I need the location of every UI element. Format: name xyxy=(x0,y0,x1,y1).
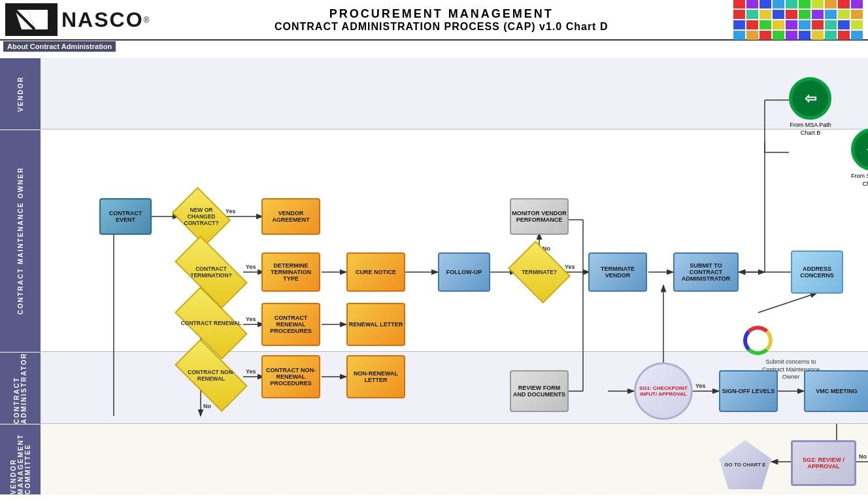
color-block-cell xyxy=(733,10,745,19)
color-block-cell xyxy=(733,0,745,9)
submit-ca-node: SUBMIT TO CONTRACT ADMINISTRATOR xyxy=(673,252,739,292)
vmc-meeting-node: VMC MEETING xyxy=(804,370,868,412)
color-block-cell xyxy=(851,0,863,9)
color-block-cell xyxy=(838,10,850,19)
color-block-cell xyxy=(746,0,758,9)
color-block-cell xyxy=(760,10,771,19)
color-block-cell xyxy=(851,31,863,40)
color-block-cell xyxy=(786,31,797,40)
title-line1: PROCUREMENT MANAGEMENT xyxy=(149,7,733,21)
color-block-cell xyxy=(825,10,837,19)
color-block-cell xyxy=(746,31,758,40)
color-block-cell xyxy=(799,0,810,9)
lane-vendor-label: VENDOR xyxy=(0,58,41,130)
color-block-cell xyxy=(838,20,850,29)
lane-ca-label: CONTRACT ADMINISTRATOR xyxy=(0,352,41,424)
color-block-cell xyxy=(825,0,837,9)
color-block-cell xyxy=(760,31,771,40)
vendor-lane-bg xyxy=(41,58,868,130)
sg2-node: SG2: REVIEW / APPROVAL xyxy=(791,440,856,486)
color-block-cell xyxy=(812,10,824,19)
contract-termination-diamond: CONTRACT TERMINATION? xyxy=(178,254,244,290)
color-block-cell xyxy=(799,10,810,19)
lane-labels: VENDOR CONTRACT MAINTENANCE OWNER CONTRA… xyxy=(0,58,41,501)
renewal-procedures-node: CONTRACT RENEWAL PROCEDURES xyxy=(261,303,320,346)
sg1-node: SG1: CHECKPOINT INPUT/ APPROVAL xyxy=(634,362,693,420)
address-concerns-node: ADDRESS CONCERNS xyxy=(791,250,843,294)
cmo-lane-bg xyxy=(41,130,868,352)
lane-vmc-label: VENDOR MANAGEMENT COMMITTEE xyxy=(0,424,41,494)
contract-event-node: CONTRACT EVENT xyxy=(99,198,152,235)
color-block-cell xyxy=(773,20,784,29)
color-block-cell xyxy=(825,20,837,29)
logo-area: NASCO® xyxy=(5,3,149,36)
color-block-cell xyxy=(812,31,824,40)
vendor-agreement-node: VENDOR AGREEMENT xyxy=(261,198,320,235)
color-block-cell xyxy=(746,20,758,29)
cure-notice-node: CURE NOTICE xyxy=(346,252,405,292)
color-block-cell xyxy=(760,20,771,29)
color-block-cell xyxy=(851,10,863,19)
renewal-letter-node: RENEWAL LETTER xyxy=(346,303,405,346)
color-block-cell xyxy=(825,31,837,40)
color-block-cell xyxy=(733,31,745,40)
color-block-cell xyxy=(786,0,797,9)
color-block-cell xyxy=(812,20,824,29)
follow-up-node: FOLLOW-UP xyxy=(438,252,490,292)
sign-off-node: SIGN-OFF LEVELS xyxy=(719,370,778,412)
new-changed-diamond: NEW OR CHANGED CONTRACT? xyxy=(178,198,225,235)
main-area: VENDOR CONTRACT MAINTENANCE OWNER CONTRA… xyxy=(0,58,868,501)
from-msa-circle: ⇦ xyxy=(789,77,831,120)
from-msa-label: From MSA Path Chart B xyxy=(784,122,837,137)
color-block-cell xyxy=(838,0,850,9)
color-block-cell xyxy=(773,10,784,19)
color-block-cell xyxy=(773,0,784,9)
logo-box xyxy=(5,3,58,36)
review-form-node: REVIEW FORM AND DOCUMENTS xyxy=(510,370,569,412)
color-block-cell xyxy=(799,31,810,40)
color-block-cell xyxy=(851,20,863,29)
registered-mark: ® xyxy=(144,15,150,24)
color-block-cell xyxy=(773,31,784,40)
color-block-cell xyxy=(760,0,771,9)
nonrenewal-letter-node: NON-RENEWAL LETTER xyxy=(346,355,405,398)
terminate-vendor-node: TERMINATE VENDOR xyxy=(588,252,647,292)
determine-term-node: DETERMINE TERMINATION TYPE xyxy=(261,252,320,292)
nasco-logo-icon xyxy=(12,7,51,33)
color-block-cell xyxy=(746,10,758,19)
color-block-cell xyxy=(799,20,810,29)
color-block xyxy=(733,0,863,40)
about-link[interactable]: About Contract Administration xyxy=(3,41,116,52)
spinner-icon xyxy=(743,326,773,355)
terminate-diamond: TERMINATE? xyxy=(514,252,564,292)
nonrenewal-procedures-node: CONTRACT NON-RENEWAL PROCEDURES xyxy=(261,355,320,398)
logo-text: NASCO xyxy=(61,8,144,31)
monitor-vendor-node: MONITOR VENDOR PERFORMANCE xyxy=(510,198,569,235)
from-sow-label: From SOW Path Chart C xyxy=(846,173,868,188)
title-line2: CONTRACT ADMINISTRATION PROCESS (CAP) v1… xyxy=(149,21,733,33)
color-block-cell xyxy=(786,20,797,29)
lane-cmo-label: CONTRACT MAINTENANCE OWNER xyxy=(0,130,41,352)
flowchart: Yes No Yes Yes No No xyxy=(41,58,868,501)
color-block-cell xyxy=(838,31,850,40)
title-area: PROCUREMENT MANAGEMENT CONTRACT ADMINIST… xyxy=(149,7,733,33)
contract-renewal-diamond: CONTRACT RENEWAL xyxy=(178,305,244,341)
contract-nonrenewal-diamond: CONTRACT NON-RENEWAL xyxy=(178,357,244,394)
color-block-cell xyxy=(812,0,824,9)
color-block-cell xyxy=(786,10,797,19)
color-block-cell xyxy=(733,20,745,29)
